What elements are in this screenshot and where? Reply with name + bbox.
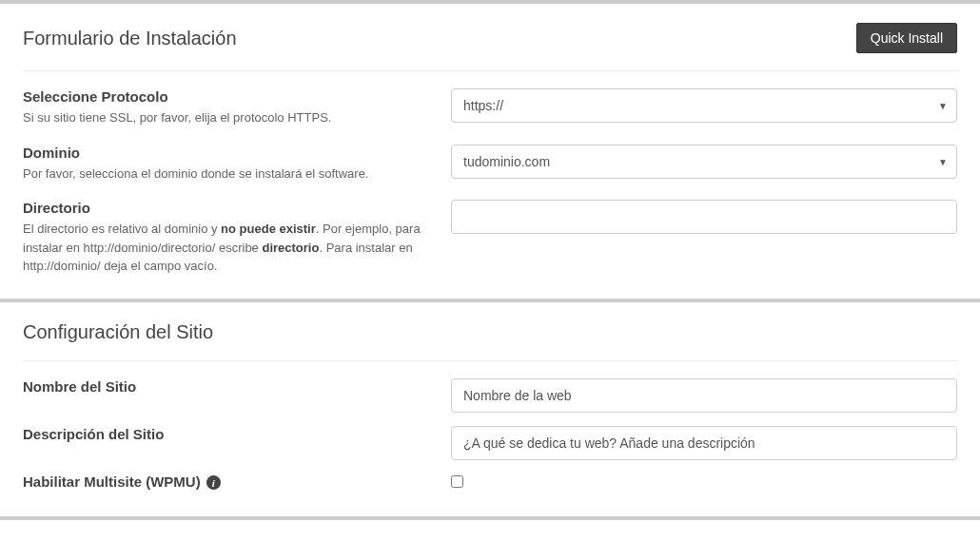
- protocol-select[interactable]: https://: [451, 88, 957, 123]
- directory-row: Directorio El directorio es relativo al …: [23, 200, 957, 276]
- site-name-row: Nombre del Sitio: [23, 378, 957, 413]
- install-section-header: Formulario de Instalación Quick Install: [23, 23, 957, 71]
- site-name-label: Nombre del Sitio: [23, 378, 432, 395]
- quick-install-button[interactable]: Quick Install: [856, 23, 957, 53]
- site-name-input[interactable]: [451, 378, 957, 413]
- directory-input[interactable]: [451, 200, 957, 234]
- multisite-row: Habilitar Multisite (WPMU) i: [23, 473, 957, 494]
- site-description-row: Descripción del Sitio: [23, 426, 957, 460]
- site-section: Configuración del Sitio Nombre del Sitio…: [0, 302, 980, 517]
- protocol-label: Seleccione Protocolo: [23, 88, 432, 105]
- domain-help: Por favor, selecciona el dominio donde s…: [23, 164, 432, 184]
- multisite-label: Habilitar Multisite (WPMU) i: [23, 473, 432, 491]
- protocol-help: Si su sitio tiene SSL, por favor, elija …: [23, 108, 432, 127]
- site-description-input[interactable]: [451, 426, 957, 460]
- domain-select[interactable]: tudominio.com: [451, 145, 957, 179]
- directory-label: Directorio: [23, 200, 432, 216]
- directory-help: El directorio es relativo al dominio y n…: [23, 220, 432, 276]
- site-section-title: Configuración del Sitio: [23, 321, 213, 343]
- domain-row: Dominio Por favor, selecciona el dominio…: [23, 145, 957, 184]
- info-icon[interactable]: i: [206, 475, 221, 490]
- divider-bottom: [0, 516, 980, 520]
- multisite-checkbox[interactable]: [451, 475, 463, 488]
- site-description-label: Descripción del Sitio: [23, 426, 432, 442]
- install-section: Formulario de Instalación Quick Install …: [0, 4, 980, 299]
- domain-label: Dominio: [23, 145, 432, 161]
- install-section-title: Formulario de Instalación: [23, 28, 237, 49]
- site-section-header: Configuración del Sitio: [23, 321, 957, 361]
- protocol-row: Seleccione Protocolo Si su sitio tiene S…: [23, 88, 957, 127]
